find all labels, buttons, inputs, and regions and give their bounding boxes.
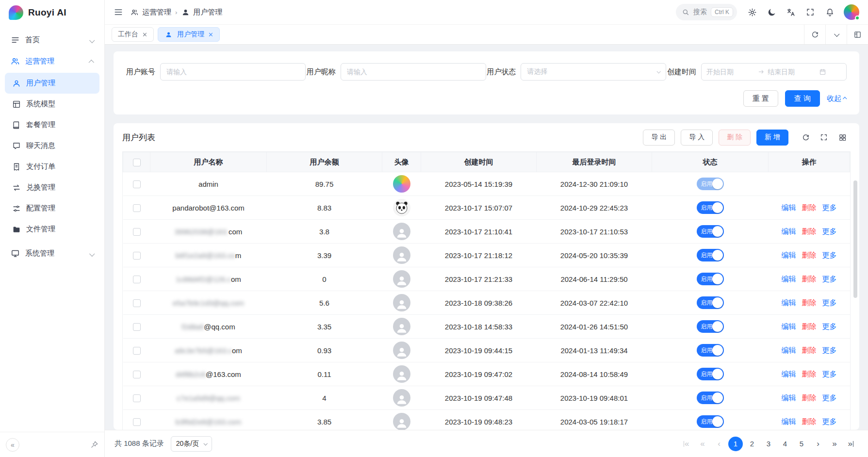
first-page-button[interactable]: «: [679, 437, 693, 451]
delete-link[interactable]: 删除: [802, 370, 817, 378]
status-toggle[interactable]: 启用: [697, 392, 724, 404]
page-button-5[interactable]: 5: [794, 437, 809, 451]
next-group-button[interactable]: »: [827, 437, 842, 451]
refresh-icon[interactable]: [804, 25, 825, 44]
edit-link[interactable]: 编辑: [782, 298, 796, 307]
delete-link[interactable]: 删除: [802, 227, 817, 235]
more-link[interactable]: 更多: [822, 251, 837, 259]
close-icon[interactable]: ✕: [142, 31, 147, 38]
table-scrollbar[interactable]: [853, 180, 857, 298]
close-icon[interactable]: ✕: [208, 31, 213, 38]
account-input[interactable]: [160, 63, 306, 81]
chevron-down-icon[interactable]: [825, 25, 847, 44]
more-link[interactable]: 更多: [822, 322, 837, 330]
import-button[interactable]: 导 入: [681, 130, 713, 146]
select-all-checkbox[interactable]: [133, 159, 141, 166]
more-link[interactable]: 更多: [822, 203, 837, 212]
delete-link[interactable]: 删除: [802, 298, 817, 307]
page-button-4[interactable]: 4: [778, 437, 792, 451]
row-checkbox[interactable]: [133, 323, 141, 331]
export-button[interactable]: 导 出: [643, 130, 675, 146]
add-button[interactable]: 新 增: [756, 130, 788, 146]
status-toggle[interactable]: 启用: [697, 249, 724, 261]
status-toggle[interactable]: 启用: [697, 273, 724, 285]
prev-page-button[interactable]: ‹: [712, 437, 726, 451]
end-date-input[interactable]: [768, 68, 816, 76]
row-checkbox[interactable]: [133, 394, 141, 402]
tab-user-management[interactable]: 用户管理 ✕: [158, 27, 220, 42]
edit-link[interactable]: 编辑: [782, 275, 796, 283]
row-checkbox[interactable]: [133, 180, 141, 188]
sidebar-item-exchange-management[interactable]: 兑换管理: [5, 177, 99, 198]
next-page-button[interactable]: ›: [811, 437, 825, 451]
collapse-filter-link[interactable]: 收起: [827, 94, 847, 103]
delete-link[interactable]: 删除: [802, 275, 817, 283]
page-button-3[interactable]: 3: [761, 437, 776, 451]
sidebar-item-system-model[interactable]: 系统模型: [5, 94, 99, 114]
prev-group-button[interactable]: «: [695, 437, 710, 451]
logo[interactable]: Ruoyi AI: [0, 0, 104, 25]
sidebar-item-home[interactable]: 首页: [5, 29, 99, 50]
dark-mode-moon-icon[interactable]: [763, 4, 780, 20]
row-checkbox[interactable]: [133, 347, 141, 355]
delete-button[interactable]: 删 除: [719, 130, 751, 146]
sidebar-item-system-management[interactable]: 系统管理: [5, 243, 99, 264]
sidebar-item-user-management[interactable]: 用户管理: [5, 73, 99, 94]
sidebar-item-operations[interactable]: 运营管理: [5, 50, 99, 72]
reset-button[interactable]: 重 置: [743, 90, 778, 107]
search-button[interactable]: 查 询: [785, 90, 820, 107]
fullscreen-icon[interactable]: [802, 4, 819, 20]
more-link[interactable]: 更多: [822, 227, 837, 235]
table-fullscreen-icon[interactable]: [816, 129, 832, 146]
edit-link[interactable]: 编辑: [782, 322, 796, 330]
notifications-bell-icon[interactable]: [821, 4, 838, 20]
delete-link[interactable]: 删除: [802, 322, 817, 330]
status-toggle[interactable]: 启用: [697, 201, 724, 214]
sidebar-collapse-button[interactable]: «: [6, 438, 19, 452]
breadcrumb-user-management[interactable]: 用户管理: [181, 8, 222, 17]
edit-link[interactable]: 编辑: [782, 393, 796, 402]
row-checkbox[interactable]: [133, 204, 141, 212]
delete-link[interactable]: 删除: [802, 346, 817, 354]
status-toggle[interactable]: 启用: [697, 178, 724, 190]
last-page-button[interactable]: »: [844, 437, 858, 451]
status-toggle[interactable]: 启用: [697, 225, 724, 238]
status-toggle[interactable]: 启用: [697, 368, 724, 380]
row-checkbox[interactable]: [133, 276, 141, 283]
page-size-select[interactable]: 20条/页: [171, 436, 212, 452]
edit-link[interactable]: 编辑: [782, 227, 796, 235]
status-toggle[interactable]: 启用: [697, 415, 724, 428]
status-toggle[interactable]: 启用: [697, 320, 724, 333]
row-checkbox[interactable]: [133, 371, 141, 378]
row-checkbox[interactable]: [133, 228, 141, 236]
more-link[interactable]: 更多: [822, 298, 837, 307]
nickname-input[interactable]: [341, 63, 486, 81]
sidebar-item-payment-orders[interactable]: 支付订单: [5, 156, 99, 177]
more-link[interactable]: 更多: [822, 346, 837, 354]
breadcrumb-operations[interactable]: 运营管理: [130, 8, 171, 17]
sidebar-item-package-management[interactable]: 套餐管理: [5, 114, 99, 135]
row-checkbox[interactable]: [133, 418, 141, 426]
status-toggle[interactable]: 启用: [697, 344, 724, 357]
more-link[interactable]: 更多: [822, 370, 837, 378]
delete-link[interactable]: 删除: [802, 203, 817, 212]
more-link[interactable]: 更多: [822, 393, 837, 402]
column-settings-icon[interactable]: [834, 129, 851, 146]
more-link[interactable]: 更多: [822, 275, 837, 283]
edit-link[interactable]: 编辑: [782, 203, 796, 212]
edit-link[interactable]: 编辑: [782, 370, 796, 378]
user-avatar[interactable]: [844, 4, 859, 20]
settings-gear-icon[interactable]: [744, 4, 760, 20]
delete-link[interactable]: 删除: [802, 393, 817, 402]
menu-toggle-icon[interactable]: [114, 7, 123, 17]
translate-icon[interactable]: [783, 4, 799, 20]
sidebar-item-file-management[interactable]: 文件管理: [5, 219, 99, 240]
delete-link[interactable]: 删除: [802, 417, 817, 425]
table-refresh-icon[interactable]: [797, 129, 814, 146]
tab-workbench[interactable]: 工作台 ✕: [112, 27, 154, 42]
more-link[interactable]: 更多: [822, 417, 837, 425]
start-date-input[interactable]: [706, 68, 755, 76]
sidebar-item-chat-messages[interactable]: 聊天消息: [5, 135, 99, 156]
tabbar-layout-icon[interactable]: [847, 25, 868, 44]
global-search[interactable]: 搜索 Ctrl K: [676, 4, 737, 20]
